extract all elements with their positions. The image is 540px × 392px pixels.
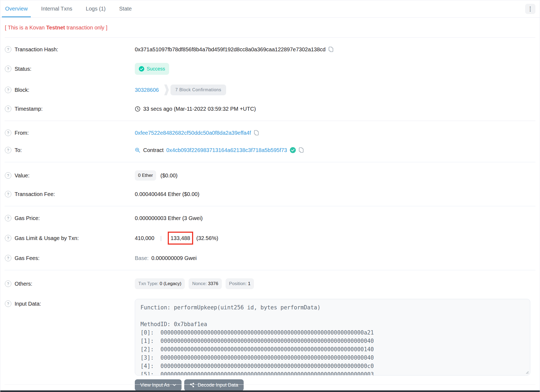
tab-logs[interactable]: Logs (1) (83, 0, 109, 17)
copy-to-address-button[interactable] (298, 147, 304, 153)
from-address-link[interactable]: 0xfee7522e8482682cf50ddc50a0f8da2a39effa… (135, 129, 251, 137)
field-label: Gas Fees: (15, 254, 39, 262)
notice-bold: Testnet (46, 25, 65, 31)
timestamp-value: 33 secs ago (Mar-11-2022 03:59:32 PM +UT… (143, 105, 256, 113)
input-data-container: Function: performUpkeep(uint256 id, byte… (135, 299, 530, 376)
tab-state[interactable]: State (116, 0, 135, 17)
help-icon[interactable]: ? (5, 66, 11, 72)
row-transaction-fee: ? Transaction Fee: 0.000400464 Ether ($0… (0, 185, 540, 203)
row-value: ? Value: 0 Ether ($0.00) (0, 165, 540, 185)
copy-icon (328, 46, 334, 52)
status-badge: Success (135, 63, 169, 75)
gas-price-value: 0.000000003 Ether (3 Gwei) (135, 214, 203, 222)
txn-type-badge: Txn Type: 0 (Legacy) (135, 278, 185, 289)
field-label: Transaction Hash: (15, 46, 58, 53)
transaction-hash-value: 0x371a51097fb78df856f8b4a7bd459f192d8cc8… (135, 46, 326, 53)
block-number-link[interactable]: 30328606 (135, 86, 159, 94)
field-label: Gas Price: (15, 214, 40, 222)
notice-text: [ This is a Kovan (5, 25, 46, 31)
position-badge: Position: 1 (226, 278, 254, 289)
nonce-value: 3376 (208, 281, 218, 286)
resize-grip-icon[interactable] (525, 370, 529, 374)
chevron-right-icon (164, 85, 169, 95)
section-parties: ? From: 0xfee7522e8482682cf50ddc50a0f8da… (0, 121, 540, 162)
field-label: Transaction Fee: (15, 190, 55, 198)
copy-icon (254, 130, 259, 136)
row-from: ? From: 0xfee7522e8482682cf50ddc50a0f8da… (0, 124, 540, 141)
field-label: Input Data: (15, 300, 41, 307)
help-icon[interactable]: ? (5, 255, 11, 261)
help-icon[interactable]: ? (5, 106, 11, 112)
magnifier-plus-icon[interactable] (135, 147, 140, 153)
base-fee-label: Base: (135, 254, 149, 262)
kebab-menu-button[interactable]: ⋮ (525, 4, 535, 14)
transaction-details-card: Overview Internal Txns Logs (1) State ⋮ … (0, 0, 540, 392)
help-icon[interactable]: ? (5, 281, 11, 287)
annotation-red-box: 133,488 (168, 232, 193, 245)
copy-icon (298, 147, 304, 153)
help-icon[interactable]: ? (5, 191, 11, 197)
section-value: ? Value: 0 Ether ($0.00) ? Transaction F… (0, 162, 540, 206)
notice-text: transaction only ] (65, 25, 108, 31)
row-timestamp: ? Timestamp: 33 secs ago (Mar-11-2022 03… (0, 100, 540, 117)
help-icon[interactable]: ? (5, 147, 11, 153)
help-icon[interactable]: ? (5, 172, 11, 179)
field-label: Status: (15, 65, 31, 73)
decode-input-data-label: Decode Input Data (198, 382, 238, 388)
check-circle-icon (139, 66, 144, 72)
field-label: Timestamp: (15, 105, 43, 113)
decode-input-data-button[interactable]: Decode Input Data (184, 379, 244, 391)
view-input-as-label: View Input As (140, 382, 170, 388)
row-others: ? Others: Txn Type: 0 (Legacy) Nonce: 33… (0, 273, 540, 294)
help-icon[interactable]: ? (5, 235, 11, 241)
row-status: ? Status: Success (0, 58, 540, 80)
base-fee-value: 0.000000009 Gwei (151, 254, 197, 262)
field-label: Gas Limit & Usage by Txn: (15, 234, 79, 242)
footer-divider (5, 384, 535, 385)
field-label: Value: (15, 172, 29, 179)
row-gas-limit-usage: ? Gas Limit & Usage by Txn: 410,000 | 13… (0, 227, 540, 249)
block-confirmations-text: 7 Block Confirmations (170, 85, 226, 95)
verified-check-icon (290, 147, 296, 153)
clock-icon (135, 106, 140, 112)
footer-dark-bar (0, 390, 540, 392)
txn-type-value: 0 (Legacy) (160, 281, 181, 286)
position-value: 1 (248, 281, 250, 286)
input-data-actions: View Input As Decode Input Data (135, 379, 533, 391)
row-transaction-hash: ? Transaction Hash: 0x371a51097fb78df856… (0, 41, 540, 58)
help-icon[interactable]: ? (5, 87, 11, 93)
help-icon[interactable]: ? (5, 46, 11, 53)
to-address-link[interactable]: 0x4cb093f226983713164a62138c3f718a5b595f… (166, 146, 287, 154)
row-input-data: ? Input Data: Function: performUpkeep(ui… (0, 294, 540, 391)
tab-internal-txns[interactable]: Internal Txns (38, 0, 75, 17)
gas-limit-value: 410,000 (135, 234, 154, 242)
block-confirmations-badge: 7 Block Confirmations (164, 85, 226, 95)
txn-type-label: Txn Type: (138, 281, 158, 286)
section-gas: ? Gas Price: 0.000000003 Ether (3 Gwei) … (0, 206, 540, 270)
help-icon[interactable]: ? (5, 300, 11, 307)
usd-value: ($0.00) (160, 172, 177, 179)
testnet-notice: [ This is a Kovan Testnet transaction on… (0, 18, 540, 37)
field-label: To: (15, 146, 22, 154)
input-data-box[interactable]: Function: performUpkeep(uint256 id, byte… (135, 299, 530, 376)
copy-from-address-button[interactable] (254, 130, 259, 136)
help-icon[interactable]: ? (5, 215, 11, 221)
kebab-icon: ⋮ (528, 6, 533, 12)
gas-used-percent: (32.56%) (196, 234, 218, 242)
help-icon[interactable]: ? (5, 130, 11, 136)
nonce-label: Nonce: (192, 281, 207, 286)
section-summary: ? Transaction Hash: 0x371a51097fb78df856… (0, 38, 540, 121)
row-to: ? To: Contract 0x4cb093f226983713164a621… (0, 141, 540, 159)
section-others-input: ? Others: Txn Type: 0 (Legacy) Nonce: 33… (0, 270, 540, 392)
position-label: Position: (229, 281, 247, 286)
field-label: From: (15, 129, 29, 137)
copy-hash-button[interactable] (328, 46, 334, 52)
tab-overview[interactable]: Overview (2, 0, 31, 17)
row-block: ? Block: 30328606 7 Block Confirmations (0, 80, 540, 100)
transaction-fee-value: 0.000400464 Ether ($0.00) (135, 190, 199, 198)
gas-separator: | (157, 234, 165, 242)
view-input-as-button[interactable]: View Input As (135, 379, 182, 391)
status-text: Success (147, 65, 165, 73)
tab-bar: Overview Internal Txns Logs (1) State ⋮ (0, 0, 540, 18)
to-contract-prefix: Contract (143, 146, 164, 154)
